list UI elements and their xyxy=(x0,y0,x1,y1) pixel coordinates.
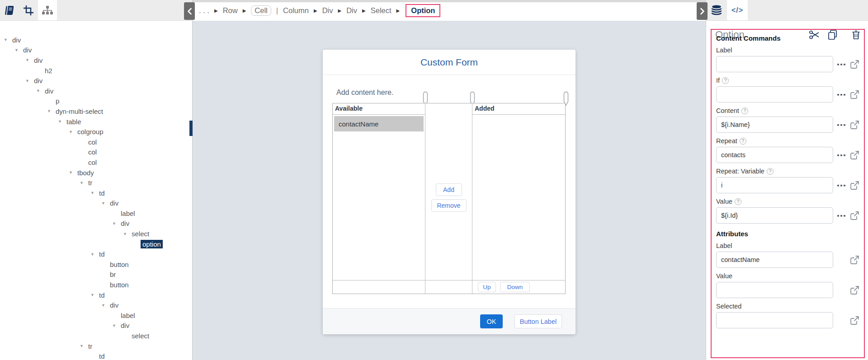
expand-arrow-icon[interactable]: ▼ xyxy=(101,303,108,308)
tree-node-dyn-multi-select[interactable]: ▼dyn-multi-select xyxy=(0,106,192,117)
down-button[interactable]: Down xyxy=(500,282,530,292)
expand-arrow-icon[interactable]: ▼ xyxy=(47,109,54,113)
up-button[interactable]: Up xyxy=(478,282,496,292)
expand-arrow-icon[interactable]: ▼ xyxy=(123,232,130,236)
expand-arrow-icon[interactable]: ▼ xyxy=(112,221,119,226)
breadcrumb-item-row[interactable]: Row xyxy=(223,6,238,15)
external-link-icon[interactable] xyxy=(850,316,859,325)
tree-node-tr[interactable]: ▼tr xyxy=(0,178,192,188)
tree-scrollbar-thumb[interactable] xyxy=(189,121,193,136)
tree-node-td[interactable]: ▼td xyxy=(0,249,192,259)
external-link-icon[interactable] xyxy=(850,60,859,69)
tree-node-div[interactable]: ▼div xyxy=(0,35,192,45)
expand-arrow-icon[interactable]: ▼ xyxy=(112,323,119,328)
tree-node-col[interactable]: ▼col xyxy=(0,147,192,158)
tree-node-div[interactable]: ▼div xyxy=(0,75,192,86)
book-icon[interactable] xyxy=(0,0,19,20)
tree-node-label[interactable]: ▼label xyxy=(0,208,192,219)
external-link-icon[interactable] xyxy=(850,255,859,265)
value-input[interactable] xyxy=(716,282,833,298)
tree-node-select[interactable]: ▼select xyxy=(0,331,192,341)
tree-node-tbody[interactable]: ▼tbody xyxy=(0,168,192,178)
tree-node-div[interactable]: ▼div xyxy=(0,198,192,209)
ok-button[interactable]: OK xyxy=(480,314,503,328)
content-input[interactable] xyxy=(716,117,833,133)
tree-node-select[interactable]: ▼select xyxy=(0,229,192,239)
expand-arrow-icon[interactable]: ▼ xyxy=(69,170,75,175)
more-options-icon[interactable] xyxy=(837,94,846,96)
tree-node-div[interactable]: ▼div xyxy=(0,86,192,96)
tree-node-tr[interactable]: ▼tr xyxy=(0,341,192,351)
tree-node-div[interactable]: ▼div xyxy=(0,55,192,65)
breadcrumb-item-column[interactable]: Column xyxy=(283,6,309,15)
if-input[interactable] xyxy=(716,86,833,103)
tree-node-label[interactable]: ▼label xyxy=(0,310,192,321)
add-button[interactable]: Add xyxy=(436,183,462,196)
expand-arrow-icon[interactable]: ▼ xyxy=(36,89,43,93)
tree-node-col[interactable]: ▼col xyxy=(0,157,192,168)
tree-node-option[interactable]: ▼option xyxy=(0,239,192,249)
external-link-icon[interactable] xyxy=(850,150,859,160)
chevron-right-icon[interactable] xyxy=(697,2,708,20)
expand-arrow-icon[interactable]: ▼ xyxy=(25,79,32,83)
more-options-icon[interactable] xyxy=(837,184,846,187)
expand-arrow-icon[interactable]: ▼ xyxy=(25,58,32,62)
tree-node-div[interactable]: ▼div xyxy=(0,300,192,310)
tree-node-td[interactable]: ▼td xyxy=(0,188,192,198)
expand-arrow-icon[interactable]: ▼ xyxy=(90,191,97,195)
tree-node-div[interactable]: ▼div xyxy=(0,219,192,229)
repeat-input[interactable] xyxy=(716,147,833,163)
breadcrumb-item-cell[interactable]: Cell xyxy=(251,5,271,16)
database-icon[interactable] xyxy=(706,0,727,20)
tree-node-button[interactable]: ▼button xyxy=(0,280,192,290)
code-icon[interactable]: </> xyxy=(727,0,748,20)
tree-node-br[interactable]: ▼br xyxy=(0,270,192,280)
tree-node-col[interactable]: ▼col xyxy=(0,137,192,147)
tree-node-table[interactable]: ▼table xyxy=(0,117,192,127)
crop-icon[interactable] xyxy=(19,0,38,20)
tree-node-div[interactable]: ▼div xyxy=(0,45,192,56)
breadcrumb-item-select[interactable]: Select xyxy=(371,6,392,15)
external-link-icon[interactable] xyxy=(850,211,859,220)
tree-node-td[interactable]: ▼td xyxy=(0,351,192,360)
repeat-variable-input[interactable] xyxy=(716,177,833,193)
expand-arrow-icon[interactable]: ▼ xyxy=(69,130,75,134)
remove-button[interactable]: Remove xyxy=(431,199,467,212)
tree-node-div[interactable]: ▼div xyxy=(0,321,192,331)
external-link-icon[interactable] xyxy=(850,90,859,99)
help-icon[interactable]: ? xyxy=(740,138,746,145)
expand-arrow-icon[interactable]: ▼ xyxy=(90,293,97,297)
expand-arrow-icon[interactable]: ▼ xyxy=(58,119,65,124)
tree-node-td[interactable]: ▼td xyxy=(0,290,192,300)
help-icon[interactable]: ? xyxy=(735,198,741,205)
expand-arrow-icon[interactable]: ▼ xyxy=(80,181,86,185)
external-link-icon[interactable] xyxy=(850,181,859,190)
value-input[interactable] xyxy=(716,207,833,224)
tree-node-h2[interactable]: ▼h2 xyxy=(0,65,192,76)
help-icon[interactable]: ? xyxy=(741,108,748,114)
available-list-item[interactable]: contactName xyxy=(334,116,424,131)
more-options-icon[interactable] xyxy=(837,215,846,217)
more-options-icon[interactable] xyxy=(837,63,846,65)
expand-arrow-icon[interactable]: ▼ xyxy=(90,252,97,257)
selected-input[interactable] xyxy=(716,312,833,328)
external-link-icon[interactable] xyxy=(850,120,859,130)
expand-arrow-icon[interactable]: ▼ xyxy=(4,37,10,42)
expand-arrow-icon[interactable]: ▼ xyxy=(14,48,21,52)
sitemap-icon[interactable] xyxy=(38,0,57,20)
more-options-icon[interactable] xyxy=(837,124,846,126)
more-options-icon[interactable] xyxy=(837,154,846,156)
expand-arrow-icon[interactable]: ▼ xyxy=(80,344,86,348)
button-label-button[interactable]: Button Label xyxy=(514,314,562,328)
breadcrumb-item-div[interactable]: Div xyxy=(346,6,357,15)
breadcrumb-item-option[interactable]: Option xyxy=(406,4,440,17)
tree-node-colgroup[interactable]: ▼colgroup xyxy=(0,126,192,137)
tree-node-button[interactable]: ▼button xyxy=(0,259,192,270)
tree-node-p[interactable]: ▼p xyxy=(0,96,192,107)
breadcrumb-item-div[interactable]: Div xyxy=(322,6,333,15)
help-icon[interactable]: ? xyxy=(722,77,729,84)
label-input[interactable] xyxy=(716,252,833,268)
help-icon[interactable]: ? xyxy=(767,168,774,175)
chevron-left-icon[interactable] xyxy=(184,2,195,20)
external-link-icon[interactable] xyxy=(850,285,859,295)
